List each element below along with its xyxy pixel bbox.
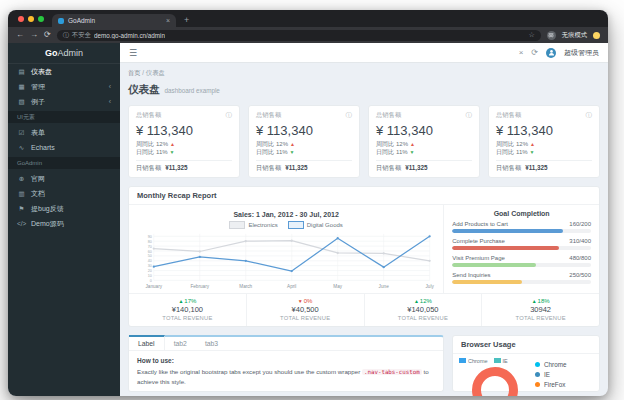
card-amount: ¥ 113,340	[256, 123, 352, 138]
reload-icon[interactable]: ⟳	[44, 31, 51, 39]
sidebar-item-label: 例子	[31, 97, 45, 107]
caret-down-icon: ▼	[410, 149, 415, 156]
bookmark-star-icon[interactable]: ☆	[529, 31, 535, 39]
sidebar-item-demo-source[interactable]: </> Demo源码	[8, 216, 120, 231]
day-trend-label: 日同比	[256, 148, 274, 156]
info-circle-icon[interactable]: ⓘ	[346, 111, 353, 120]
goal-row: Complete Purchase310/400	[452, 238, 591, 250]
breadcrumb-current: 仪表盘	[146, 69, 165, 76]
sidebar-item-label: 管理	[31, 82, 45, 92]
legend-label: Chrome	[468, 358, 488, 364]
legend-label: Electronics	[248, 222, 277, 228]
week-trend-value: 12%	[156, 140, 168, 148]
user-name[interactable]: 超级管理员	[564, 48, 599, 58]
sidebar-item-label: 仪表盘	[31, 67, 52, 77]
sidebar-item-admin[interactable]: ▦ 管理 ‹	[8, 79, 120, 94]
close-content-icon[interactable]: ×	[519, 48, 524, 57]
card-title: 总销售额	[376, 111, 401, 120]
sidebar-item-dashboard[interactable]: ▤ 仪表盘	[8, 64, 120, 79]
sidebar-item-echarts[interactable]: ∿ Echarts	[8, 140, 120, 155]
stat-value: ¥140,100	[129, 305, 246, 314]
tab-content: How to use: Exactly like the original bo…	[129, 351, 443, 391]
sidebar-item-website[interactable]: ⊕ 官网	[8, 171, 120, 186]
site-info-icon[interactable]: ⓘ	[63, 31, 69, 40]
card-amount: ¥ 113,340	[376, 123, 472, 138]
new-tab-button[interactable]: +	[184, 15, 189, 25]
minimize-window-button[interactable]	[28, 16, 34, 22]
url-text: demo.go-admin.cn/admin	[94, 32, 165, 39]
week-trend-label: 周同比	[376, 140, 394, 148]
card-footer-value: ¥11,325	[405, 164, 427, 173]
tab-title: GoAdmin	[68, 17, 95, 24]
sidebar-item-label: 提bug反馈	[31, 204, 64, 214]
zoom-window-button[interactable]	[38, 16, 44, 22]
sidebar-item-form[interactable]: ☑ 表单	[8, 125, 120, 140]
tab-close-icon[interactable]: ×	[166, 17, 170, 24]
circle-icon	[535, 362, 540, 367]
sidebar-item-example[interactable]: ▧ 例子 ‹	[8, 94, 120, 109]
tab-tab2[interactable]: tab2	[165, 337, 196, 350]
browser-tab[interactable]: GoAdmin ×	[52, 14, 176, 27]
forward-icon[interactable]: →	[30, 31, 38, 39]
info-circle-icon[interactable]: ⓘ	[226, 111, 233, 120]
sales-card: 总销售额 ⓘ ¥ 113,340 周同比12%▲ 日同比11%▼ 日销售额¥11…	[128, 105, 240, 178]
day-trend-label: 日同比	[496, 148, 514, 156]
donut-legend: Chrome IE	[459, 358, 531, 364]
card-amount: ¥ 113,340	[136, 123, 232, 138]
goadmin-favicon-icon	[58, 18, 64, 24]
progress-fill	[452, 263, 535, 267]
week-trend-value: 12%	[516, 140, 528, 148]
card-footer-value: ¥11,325	[285, 164, 307, 173]
sales-line-chart: 0102030405060708090JanuaryFebruaryMarchA…	[137, 230, 435, 292]
user-avatar[interactable]	[546, 48, 556, 58]
card-footer-label: 日销售额	[496, 164, 521, 173]
tab-tab3[interactable]: tab3	[196, 337, 227, 350]
code-icon: </>	[17, 220, 26, 227]
sales-chart-title: Sales: 1 Jan, 2012 - 30 Jul, 2012	[137, 211, 435, 218]
week-trend-value: 12%	[276, 140, 288, 148]
browser-window: GoAdmin × + ← → ⟳ ⓘ 不安全 demo.go-admin.cn…	[8, 10, 608, 396]
goal-completion-title: Goal Completion	[452, 210, 591, 217]
sidebar-item-docs[interactable]: ▥ 文档	[8, 186, 120, 201]
incognito-label: 无痕模式	[562, 31, 587, 40]
sales-card: 总销售额 ⓘ ¥ 113,340 周同比12%▲ 日同比11%▼ 日销售额¥11…	[488, 105, 600, 178]
goal-value: 250/500	[569, 272, 591, 278]
hamburger-menu-icon[interactable]: ☰	[129, 48, 137, 58]
breadcrumb-home-link[interactable]: 首页	[128, 69, 141, 76]
window-controls[interactable]	[18, 16, 44, 22]
day-trend-value: 11%	[396, 148, 408, 156]
back-icon[interactable]: ←	[16, 31, 24, 39]
sidebar-item-bug-feedback[interactable]: ⚑ 提bug反馈	[8, 201, 120, 216]
goal-value: 160/200	[569, 221, 591, 227]
caret-up-icon: ▲	[178, 298, 183, 304]
app-logo[interactable]: GoAdmin	[8, 43, 120, 64]
close-window-button[interactable]	[18, 16, 24, 22]
svg-text:January: January	[145, 284, 162, 289]
goal-value: 480/800	[569, 255, 591, 261]
extension-icon[interactable]	[593, 32, 600, 39]
svg-text:30: 30	[148, 264, 152, 268]
caret-up-icon: ▲	[170, 141, 175, 148]
week-trend-label: 周同比	[256, 140, 274, 148]
refresh-content-icon[interactable]: ⟳	[531, 48, 538, 57]
goal-completion-section: Goal Completion Add Products to Cart160/…	[443, 205, 599, 293]
browser-list-item[interactable]: FireFox	[535, 381, 593, 388]
goal-label: Send Inquiries	[452, 272, 490, 278]
incognito-icon	[547, 31, 556, 40]
logo-light: Admin	[57, 48, 83, 58]
goal-row: Visit Premium Page480/800	[452, 255, 591, 267]
info-circle-icon[interactable]: ⓘ	[466, 111, 473, 120]
sidebar-item-label: 文档	[31, 189, 45, 199]
address-bar[interactable]: ⓘ 不安全 demo.go-admin.cn/admin ☆	[57, 30, 541, 41]
info-circle-icon[interactable]: ⓘ	[586, 111, 593, 120]
progress-track	[452, 280, 591, 284]
main-area: ☰ × ⟳ 超级管理员 首页 / 仪表盘 仪表盘	[120, 43, 608, 396]
browser-list-item[interactable]: IE	[535, 371, 593, 378]
circle-icon	[535, 372, 540, 377]
stat-column: ▲12% ¥140,050 TOTAL REVENUE	[364, 294, 482, 326]
svg-text:March: March	[239, 284, 252, 289]
card-title: 总销售额	[136, 111, 161, 120]
chart-line-icon: ∿	[17, 144, 26, 152]
browser-list-item[interactable]: Chrome	[535, 361, 593, 368]
tab-label[interactable]: Label	[129, 335, 165, 350]
